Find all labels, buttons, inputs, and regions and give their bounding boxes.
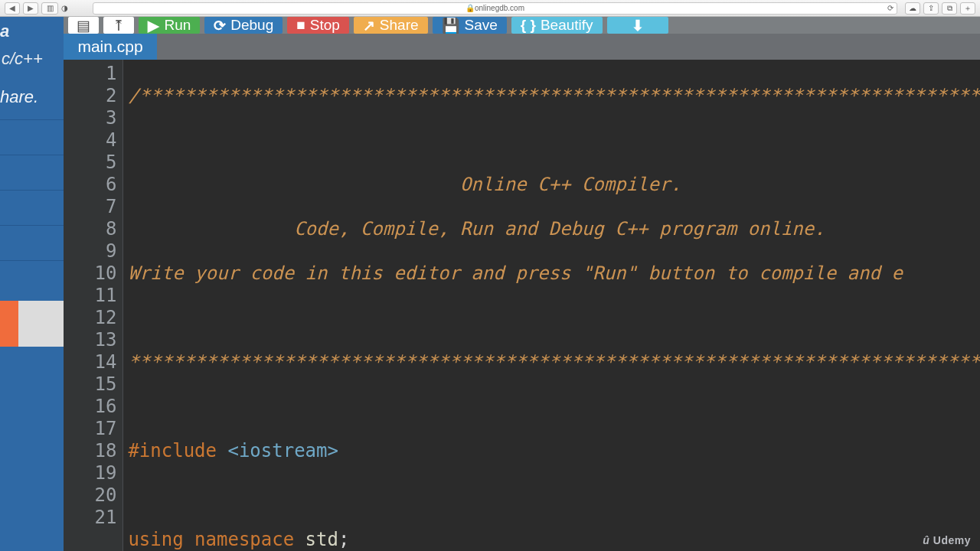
line-gutter: 123456789101112131415161718192021 xyxy=(64,60,123,551)
download-button[interactable]: ⬇ xyxy=(607,17,668,34)
code-token: #include xyxy=(128,440,217,461)
tab-label: main.cpp xyxy=(77,37,142,56)
code-token: <iostream> xyxy=(227,440,338,461)
browser-chrome: ◀ ▶ ▥ ◑ 🔒 onlinegdb.com ⟳ ☁ ⇪ ⧉ ＋ xyxy=(0,0,980,17)
file-icon: ▤ xyxy=(77,17,90,34)
sidebar-item[interactable] xyxy=(0,191,64,226)
tab-bar: main.cpp xyxy=(64,34,980,60)
run-label: Run xyxy=(164,17,191,34)
beautify-button[interactable]: { } Beautify xyxy=(511,17,603,34)
tabs-icon[interactable]: ⧉ xyxy=(942,2,957,15)
sidebar-lang: c/c++ xyxy=(0,46,64,77)
upload-icon: ⤒ xyxy=(113,17,125,34)
sidebar: a c/c++ hare. xyxy=(0,17,64,551)
forward-button[interactable]: ▶ xyxy=(23,2,38,15)
save-label: Save xyxy=(465,17,498,34)
share-button[interactable]: ↗ Share xyxy=(354,17,428,34)
new-file-button[interactable]: ▤ xyxy=(68,17,99,34)
sidebar-share: hare. xyxy=(0,77,64,120)
sidebar-item[interactable] xyxy=(0,155,64,191)
debug-button[interactable]: ⟳ Debug xyxy=(204,17,283,34)
save-button[interactable]: 💾 Save xyxy=(433,17,507,34)
code-token: namespace xyxy=(194,529,294,550)
beautify-label: Beautify xyxy=(541,17,593,34)
watermark: û Udemy xyxy=(923,534,971,546)
bug-icon: ⟳ xyxy=(214,17,226,34)
lock-icon: 🔒 xyxy=(466,4,475,12)
code-comment: Code, Compile, Run and Debug C++ program… xyxy=(128,218,825,240)
code-area[interactable]: /***************************************… xyxy=(123,60,980,551)
sidebar-item-selected[interactable] xyxy=(0,301,64,347)
stop-icon: ■ xyxy=(296,17,305,34)
sidebar-toggle[interactable]: ▥ xyxy=(41,2,58,15)
share-label: Share xyxy=(380,17,419,34)
code-comment: ****************************************… xyxy=(128,351,980,373)
main-panel: ▤ ⤒ ▶ Run ⟳ Debug ■ Stop ↗ Share 💾 xyxy=(64,17,980,551)
stop-button[interactable]: ■ Stop xyxy=(287,17,349,34)
sidebar-title: a xyxy=(0,17,64,46)
reload-icon[interactable]: ⟳ xyxy=(887,4,893,12)
file-tab-main[interactable]: main.cpp xyxy=(64,34,156,60)
browser-top-icons: ☁ ⇪ ⧉ ＋ xyxy=(905,2,975,15)
code-token: using xyxy=(128,529,183,550)
run-button[interactable]: ▶ Run xyxy=(139,17,200,34)
toolbar: ▤ ⤒ ▶ Run ⟳ Debug ■ Stop ↗ Share 💾 xyxy=(64,17,980,34)
debug-label: Debug xyxy=(230,17,273,34)
upload-button[interactable]: ⤒ xyxy=(103,17,134,34)
code-comment: /***************************************… xyxy=(128,85,980,106)
newtab-button[interactable]: ＋ xyxy=(960,2,975,15)
sidebar-item[interactable] xyxy=(0,226,64,261)
sidebar-item[interactable] xyxy=(0,120,64,155)
url-text: onlinegdb.com xyxy=(475,4,524,12)
app-frame: a c/c++ hare. ▤ ⤒ ▶ Run ⟳ Debug xyxy=(0,17,980,551)
download-icon: ⬇ xyxy=(632,17,644,34)
braces-icon: { } xyxy=(521,17,536,34)
code-editor[interactable]: 123456789101112131415161718192021 /*****… xyxy=(64,60,980,551)
cloud-icon[interactable]: ☁ xyxy=(905,2,920,15)
code-comment: Write your code in this editor and press… xyxy=(128,262,902,284)
play-icon: ▶ xyxy=(148,17,159,34)
back-button[interactable]: ◀ xyxy=(5,2,20,15)
share-icon[interactable]: ⇪ xyxy=(923,2,939,15)
reader-icon[interactable]: ◑ xyxy=(61,4,68,12)
share-icon: ↗ xyxy=(363,17,375,34)
url-bar[interactable]: 🔒 onlinegdb.com ⟳ xyxy=(93,2,897,15)
stop-label: Stop xyxy=(310,17,340,34)
save-icon: 💾 xyxy=(442,17,460,34)
code-token: std xyxy=(305,529,338,550)
sidebar-item[interactable] xyxy=(0,261,64,296)
sidebar-marker xyxy=(0,301,18,347)
code-comment: Online C++ Compiler. xyxy=(128,174,681,195)
